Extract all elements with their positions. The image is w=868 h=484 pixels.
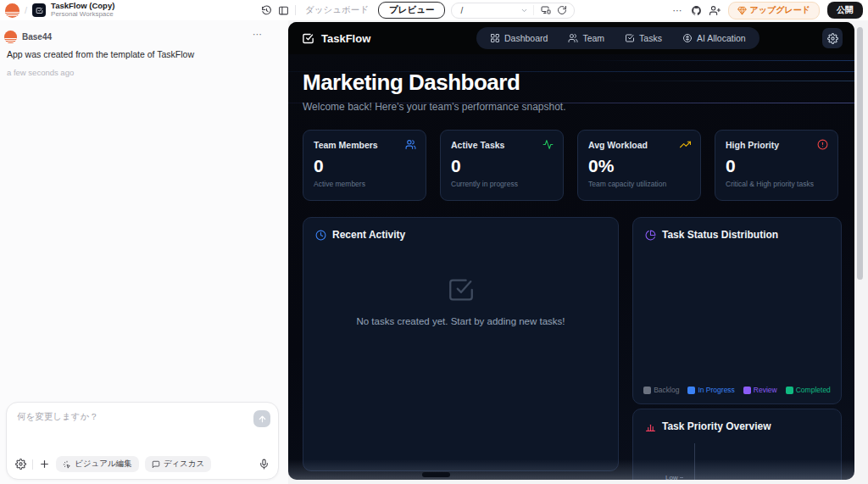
stat-card-avg-workload: Avg Workload 0% Team capacity utilizatio… xyxy=(577,130,701,201)
attach-button[interactable] xyxy=(39,459,50,470)
plus-icon xyxy=(39,459,50,470)
topbar: / TaskFlow (Copy) Personal Workspace ダッシ… xyxy=(0,0,868,20)
preview-settings-button[interactable] xyxy=(822,28,843,48)
stat-label: High Priority xyxy=(726,140,827,150)
bar-chart-icon xyxy=(645,421,656,432)
legend-item-review[interactable]: Review xyxy=(743,386,777,394)
history-icon xyxy=(261,5,272,16)
message-square-icon xyxy=(152,460,160,469)
chat-panel: Base44 ⋯ App was created from the templa… xyxy=(0,20,288,484)
route-path: / xyxy=(460,6,463,15)
stat-card-active-tasks: Active Tasks 0 Currently in progress xyxy=(440,130,564,201)
message-timestamp: a few seconds ago xyxy=(7,68,74,77)
recent-activity-panel: Recent Activity No tasks created yet. St… xyxy=(303,217,619,471)
stat-value: 0 xyxy=(726,156,827,176)
stat-label: Team Members xyxy=(314,140,415,150)
nav-ai-allocation[interactable]: AI Allocation xyxy=(682,33,746,43)
publish-button[interactable]: 公開 xyxy=(827,2,863,19)
route-select[interactable]: / xyxy=(452,6,533,15)
sparkle-cursor-icon xyxy=(63,460,71,469)
github-button[interactable] xyxy=(691,5,702,16)
empty-state: No tasks created yet. Start by adding ne… xyxy=(303,275,618,326)
empty-message: No tasks created yet. Start by adding ne… xyxy=(356,316,565,326)
stat-value: 0% xyxy=(588,156,690,176)
toggle-sidebar-button[interactable] xyxy=(278,5,289,16)
nav-tasks[interactable]: Tasks xyxy=(625,33,662,43)
chat-message: App was created from the template of Tas… xyxy=(7,49,261,59)
workspace-name: Personal Workspace xyxy=(51,11,114,19)
upgrade-button[interactable]: アップグレード xyxy=(728,2,820,19)
legend-swatch xyxy=(643,387,651,394)
preview-nav: Dashboard Team Tasks AI Allocation xyxy=(476,27,760,49)
send-button[interactable] xyxy=(253,410,270,427)
app-preview: TaskFlow Dashboard Team Tasks AI Allocat… xyxy=(288,22,854,480)
refresh-button[interactable] xyxy=(557,5,567,15)
url-bar: / xyxy=(451,3,575,19)
stats-row: Team Members 0 Active members Active Tas… xyxy=(303,130,838,201)
vertical-scrollbar[interactable] xyxy=(857,27,863,280)
pie-chart-icon xyxy=(645,230,656,241)
message-sender: Base44 xyxy=(22,32,52,42)
discuss-button[interactable]: ディスカス xyxy=(145,456,212,472)
legend-item-in-progress[interactable]: In Progress xyxy=(687,386,734,394)
github-icon xyxy=(691,5,702,16)
input-settings-button[interactable] xyxy=(15,459,26,470)
history-button[interactable] xyxy=(261,5,272,16)
page-subtitle: Welcome back! Here's your team's perform… xyxy=(303,101,566,113)
preview-app-header: TaskFlow Dashboard Team Tasks AI Allocat… xyxy=(288,22,854,54)
clock-icon xyxy=(315,230,326,241)
app-icon[interactable] xyxy=(32,3,46,17)
mic-icon xyxy=(259,459,270,470)
invite-user-button[interactable] xyxy=(709,5,721,16)
visual-edit-button[interactable]: ビジュアル編集 xyxy=(56,456,139,472)
tab-dashboard[interactable]: ダッシュボード xyxy=(302,4,372,16)
legend-swatch xyxy=(743,387,751,394)
page-title: Marketing Dashboard xyxy=(303,70,520,96)
stat-label: Active Tasks xyxy=(451,140,553,150)
stat-card-high-priority: High Priority 0 Critical & High priority… xyxy=(715,130,838,201)
legend-item-completed[interactable]: Completed xyxy=(786,386,831,394)
check-square-icon xyxy=(625,33,635,43)
alert-circle-icon xyxy=(817,139,828,150)
gear-icon xyxy=(15,459,26,470)
more-options-button[interactable]: ⋯ xyxy=(673,5,683,16)
mic-button[interactable] xyxy=(259,459,270,470)
device-toggle-button[interactable] xyxy=(541,5,551,15)
legend-swatch xyxy=(687,387,695,394)
divider xyxy=(32,459,33,470)
stat-value: 0 xyxy=(451,156,553,176)
stat-caption: Critical & High priority tasks xyxy=(726,180,827,188)
gem-icon xyxy=(737,6,747,15)
refresh-icon xyxy=(557,5,567,15)
panel-left-icon xyxy=(278,5,289,16)
stat-value: 0 xyxy=(314,156,415,176)
preview-app-name: TaskFlow xyxy=(321,32,370,45)
glow-line xyxy=(599,81,854,81)
chart-legend: Backlog In Progress Review Completed xyxy=(633,386,841,394)
check-square-icon xyxy=(36,7,43,14)
breadcrumb-separator: / xyxy=(25,5,27,15)
nav-dashboard[interactable]: Dashboard xyxy=(490,33,548,43)
gear-icon xyxy=(827,33,838,44)
status-distribution-panel: Task Status Distribution Backlog In Prog… xyxy=(632,217,842,404)
horizontal-scrollbar[interactable] xyxy=(422,472,450,477)
stat-caption: Currently in progress xyxy=(451,180,553,188)
nav-team[interactable]: Team xyxy=(568,33,604,43)
divider xyxy=(295,5,296,15)
users-icon xyxy=(405,139,416,150)
base44-avatar xyxy=(4,31,17,43)
preview-bottom-fade xyxy=(288,459,854,480)
stat-caption: Active members xyxy=(314,180,415,188)
tab-preview[interactable]: プレビュー xyxy=(378,2,445,19)
ai-brain-icon xyxy=(682,33,693,43)
legend-item-backlog[interactable]: Backlog xyxy=(643,386,679,394)
chat-input[interactable] xyxy=(17,411,237,445)
chevron-down-icon xyxy=(520,7,528,14)
chat-input-card: ビジュアル編集 ディスカス xyxy=(6,402,279,480)
glow-line xyxy=(582,60,854,61)
message-menu-button[interactable]: ⋯ xyxy=(253,29,263,40)
taskflow-logo-icon xyxy=(302,32,314,45)
activity-icon xyxy=(542,139,554,150)
monitor-smartphone-icon xyxy=(541,5,551,15)
base44-logo-icon[interactable] xyxy=(5,3,19,18)
